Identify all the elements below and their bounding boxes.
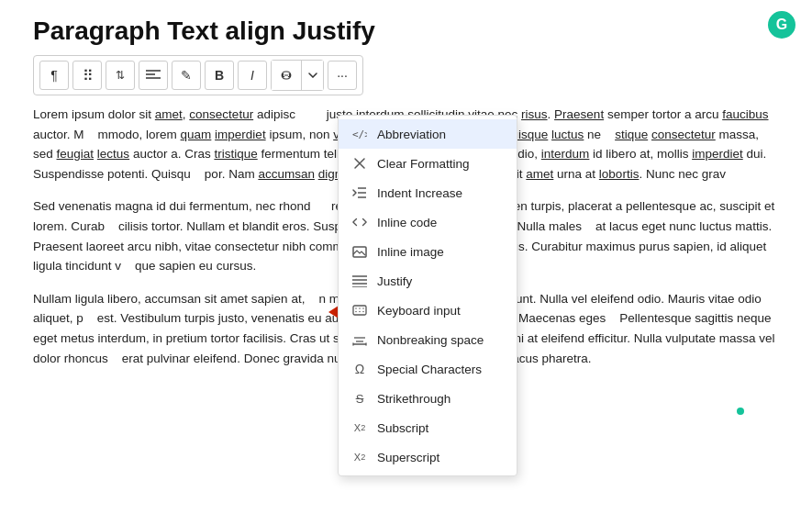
pen-button[interactable]: ✎ [172, 61, 201, 90]
menu-item-inline-code-label: Inline code [377, 216, 504, 229]
link-button[interactable] [272, 61, 301, 90]
menu-item-keyboard-input[interactable]: Keyboard input [339, 296, 517, 325]
link-consectetur2[interactable]: consectetur [651, 128, 716, 141]
link-luctus[interactable]: luctus [551, 128, 584, 141]
page-title: Paragraph Text align Justify [0, 0, 812, 55]
toolbar: ¶ ⠿ ⇅ ✎ B I [33, 55, 363, 95]
menu-item-special-characters[interactable]: Ω Special Characters [339, 354, 517, 384]
indent-increase-icon [351, 184, 368, 201]
menu-item-abbreviation[interactable]: </> Abbreviation [339, 119, 517, 149]
nonbreaking-space-icon [351, 331, 368, 348]
menu-item-special-characters-label: Special Characters [377, 363, 504, 376]
arrows-button[interactable]: ⇅ [106, 61, 135, 90]
grammarly-icon[interactable]: G [768, 11, 795, 39]
link-tristique[interactable]: tristique [214, 147, 257, 161]
italic-button[interactable]: I [238, 61, 267, 90]
menu-item-indent-increase[interactable]: Indent Increase [339, 178, 517, 207]
more-options-button[interactable]: ··· [328, 61, 357, 90]
link-group [271, 60, 324, 91]
green-dot-indicator [737, 408, 744, 415]
menu-item-nonbreaking-space-label: Nonbreaking space [377, 333, 504, 347]
app-container: G Paragraph Text align Justify ¶ ⠿ ⇅ ✎ B… [0, 0, 812, 514]
menu-item-keyboard-input-label: Keyboard input [377, 304, 504, 318]
dropdown-menu: </> Abbreviation Clear Formatting [338, 115, 517, 476]
svg-text:</>: </> [352, 128, 367, 140]
link-accumsan[interactable]: accumsan [258, 167, 315, 181]
menu-item-superscript-label: Superscript [377, 451, 504, 464]
link-lectus[interactable]: lectus [97, 147, 129, 161]
link-risus[interactable]: risus [521, 107, 548, 121]
strikethrough-icon: S [351, 390, 368, 407]
grid-button[interactable]: ⠿ [72, 61, 102, 90]
menu-item-clear-formatting-label: Clear Formatting [377, 157, 504, 171]
subscript-icon: X2 [351, 419, 368, 436]
abbreviation-icon: </> [351, 126, 368, 142]
inline-image-icon [351, 243, 368, 260]
menu-item-inline-image-label: Inline image [377, 245, 504, 259]
menu-item-justify[interactable]: Justify [339, 266, 517, 296]
menu-item-strikethrough-label: Strikethrough [377, 392, 504, 406]
menu-item-subscript[interactable]: X2 Subscript [339, 413, 517, 442]
svg-rect-12 [353, 306, 366, 315]
keyboard-input-icon [351, 302, 368, 318]
menu-item-justify-label: Justify [377, 274, 504, 288]
link-imperdiet2[interactable]: imperdiet [692, 147, 743, 161]
link-stique[interactable]: stique [615, 128, 648, 141]
menu-item-abbreviation-label: Abbreviation [377, 128, 504, 141]
link-feugiat[interactable]: feugiat [57, 147, 95, 161]
menu-item-strikethrough[interactable]: S Strikethrough [339, 384, 517, 413]
link-quam[interactable]: quam [181, 128, 212, 141]
superscript-icon: X2 [351, 449, 368, 465]
clear-formatting-icon [351, 155, 368, 172]
grammarly-letter: G [776, 17, 787, 33]
inline-code-icon [351, 214, 368, 230]
link-consectetur[interactable]: consectetur [189, 107, 253, 121]
paragraph-button[interactable]: ¶ [39, 61, 69, 90]
link-dropdown-button[interactable] [301, 61, 323, 90]
link-lobortis[interactable]: lobortis [599, 167, 640, 181]
link-amet[interactable]: amet [155, 107, 183, 121]
bold-button[interactable]: B [205, 61, 234, 90]
special-characters-icon: Ω [351, 361, 368, 377]
justify-icon [351, 273, 368, 289]
menu-item-indent-increase-label: Indent Increase [377, 186, 504, 200]
align-button[interactable] [139, 61, 168, 90]
link-praesent[interactable]: Praesent [554, 107, 604, 121]
link-imperdiet[interactable]: imperdiet [215, 128, 266, 141]
menu-item-superscript[interactable]: X2 Superscript [339, 442, 517, 472]
menu-item-subscript-label: Subscript [377, 421, 504, 435]
link-interdum2[interactable]: interdum [541, 147, 590, 161]
link-amet2[interactable]: amet [526, 167, 553, 181]
menu-item-inline-code[interactable]: Inline code [339, 207, 517, 237]
menu-item-inline-image[interactable]: Inline image [339, 237, 517, 266]
menu-item-nonbreaking-space[interactable]: Nonbreaking space [339, 325, 517, 354]
menu-item-clear-formatting[interactable]: Clear Formatting [339, 149, 517, 178]
link-faucibus[interactable]: faucibus [722, 107, 768, 121]
